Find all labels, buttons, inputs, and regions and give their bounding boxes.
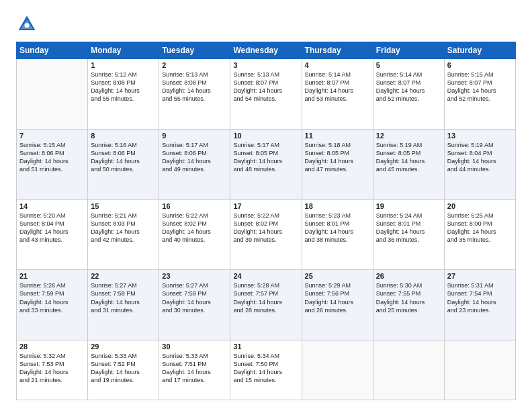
day-number: 24 xyxy=(233,272,298,280)
svg-point-2 xyxy=(24,23,29,28)
cell-info: Sunrise: 5:15 AM Sunset: 8:07 PM Dayligh… xyxy=(447,71,513,103)
weekday-header: Friday xyxy=(373,42,444,59)
cell-info: Sunrise: 5:22 AM Sunset: 8:02 PM Dayligh… xyxy=(162,212,227,244)
cell-info: Sunrise: 5:14 AM Sunset: 8:07 PM Dayligh… xyxy=(376,71,441,103)
calendar-cell: 23Sunrise: 5:27 AM Sunset: 7:58 PM Dayli… xyxy=(159,270,230,340)
cell-info: Sunrise: 5:13 AM Sunset: 8:07 PM Dayligh… xyxy=(233,71,298,103)
day-number: 31 xyxy=(233,342,298,351)
day-number: 16 xyxy=(162,202,227,210)
day-number: 27 xyxy=(447,272,513,280)
calendar-cell: 1Sunrise: 5:12 AM Sunset: 8:08 PM Daylig… xyxy=(88,59,159,130)
day-number: 28 xyxy=(19,342,85,351)
calendar-cell: 8Sunrise: 5:16 AM Sunset: 8:06 PM Daylig… xyxy=(88,129,159,199)
calendar-cell: 19Sunrise: 5:24 AM Sunset: 8:01 PM Dayli… xyxy=(373,199,444,270)
day-number: 20 xyxy=(447,202,513,210)
calendar-cell: 20Sunrise: 5:25 AM Sunset: 8:00 PM Dayli… xyxy=(444,199,515,270)
header xyxy=(16,13,516,35)
cell-info: Sunrise: 5:25 AM Sunset: 8:00 PM Dayligh… xyxy=(447,212,513,244)
cell-info: Sunrise: 5:29 AM Sunset: 7:56 PM Dayligh… xyxy=(305,281,370,314)
calendar-cell: 28Sunrise: 5:32 AM Sunset: 7:53 PM Dayli… xyxy=(17,340,88,400)
cell-info: Sunrise: 5:34 AM Sunset: 7:50 PM Dayligh… xyxy=(233,352,298,385)
calendar-cell: 13Sunrise: 5:19 AM Sunset: 8:04 PM Dayli… xyxy=(444,129,515,199)
day-number: 5 xyxy=(376,61,441,69)
cell-info: Sunrise: 5:20 AM Sunset: 8:04 PM Dayligh… xyxy=(19,212,85,244)
calendar-week-row: 7Sunrise: 5:15 AM Sunset: 8:06 PM Daylig… xyxy=(17,129,516,199)
calendar-cell: 9Sunrise: 5:17 AM Sunset: 8:06 PM Daylig… xyxy=(159,129,230,199)
day-number: 15 xyxy=(91,202,156,210)
calendar-cell: 16Sunrise: 5:22 AM Sunset: 8:02 PM Dayli… xyxy=(159,199,230,270)
day-number: 30 xyxy=(162,342,227,351)
calendar-cell: 12Sunrise: 5:19 AM Sunset: 8:05 PM Dayli… xyxy=(373,129,444,199)
cell-info: Sunrise: 5:32 AM Sunset: 7:53 PM Dayligh… xyxy=(19,352,85,385)
cell-info: Sunrise: 5:33 AM Sunset: 7:51 PM Dayligh… xyxy=(162,352,227,385)
calendar-cell: 10Sunrise: 5:17 AM Sunset: 8:05 PM Dayli… xyxy=(230,129,302,199)
calendar-week-row: 1Sunrise: 5:12 AM Sunset: 8:08 PM Daylig… xyxy=(17,59,516,130)
day-number: 8 xyxy=(91,132,156,140)
cell-info: Sunrise: 5:22 AM Sunset: 8:02 PM Dayligh… xyxy=(233,212,298,244)
cell-info: Sunrise: 5:21 AM Sunset: 8:03 PM Dayligh… xyxy=(91,212,156,244)
cell-info: Sunrise: 5:28 AM Sunset: 7:57 PM Dayligh… xyxy=(233,281,298,314)
calendar-table: SundayMondayTuesdayWednesdayThursdayFrid… xyxy=(16,42,516,400)
calendar-cell: 5Sunrise: 5:14 AM Sunset: 8:07 PM Daylig… xyxy=(373,59,444,130)
calendar-cell: 7Sunrise: 5:15 AM Sunset: 8:06 PM Daylig… xyxy=(17,129,88,199)
cell-info: Sunrise: 5:18 AM Sunset: 8:05 PM Dayligh… xyxy=(305,141,370,174)
calendar-cell xyxy=(17,59,88,130)
calendar-cell: 30Sunrise: 5:33 AM Sunset: 7:51 PM Dayli… xyxy=(159,340,230,400)
calendar-cell xyxy=(373,340,444,400)
cell-info: Sunrise: 5:33 AM Sunset: 7:52 PM Dayligh… xyxy=(91,352,156,385)
cell-info: Sunrise: 5:14 AM Sunset: 8:07 PM Dayligh… xyxy=(305,71,370,103)
calendar-week-row: 14Sunrise: 5:20 AM Sunset: 8:04 PM Dayli… xyxy=(17,199,516,270)
weekday-header: Wednesday xyxy=(230,42,302,59)
day-number: 12 xyxy=(376,132,441,140)
weekday-header: Tuesday xyxy=(159,42,230,59)
calendar-week-row: 21Sunrise: 5:26 AM Sunset: 7:59 PM Dayli… xyxy=(17,270,516,340)
calendar-header-row: SundayMondayTuesdayWednesdayThursdayFrid… xyxy=(17,42,516,59)
cell-info: Sunrise: 5:27 AM Sunset: 7:58 PM Dayligh… xyxy=(91,281,156,314)
logo-icon xyxy=(16,13,38,35)
calendar-cell: 22Sunrise: 5:27 AM Sunset: 7:58 PM Dayli… xyxy=(88,270,159,340)
calendar-week-row: 28Sunrise: 5:32 AM Sunset: 7:53 PM Dayli… xyxy=(17,340,516,400)
cell-info: Sunrise: 5:23 AM Sunset: 8:01 PM Dayligh… xyxy=(305,212,370,244)
day-number: 6 xyxy=(447,61,513,69)
day-number: 2 xyxy=(162,61,227,69)
day-number: 13 xyxy=(447,132,513,140)
day-number: 22 xyxy=(91,272,156,280)
day-number: 1 xyxy=(91,61,156,69)
calendar-cell: 15Sunrise: 5:21 AM Sunset: 8:03 PM Dayli… xyxy=(88,199,159,270)
weekday-header: Saturday xyxy=(444,42,515,59)
calendar-cell: 17Sunrise: 5:22 AM Sunset: 8:02 PM Dayli… xyxy=(230,199,302,270)
calendar-cell: 11Sunrise: 5:18 AM Sunset: 8:05 PM Dayli… xyxy=(302,129,373,199)
cell-info: Sunrise: 5:24 AM Sunset: 8:01 PM Dayligh… xyxy=(376,212,441,244)
calendar-cell: 29Sunrise: 5:33 AM Sunset: 7:52 PM Dayli… xyxy=(88,340,159,400)
calendar-cell xyxy=(444,340,515,400)
day-number: 26 xyxy=(376,272,441,280)
calendar-cell: 14Sunrise: 5:20 AM Sunset: 8:04 PM Dayli… xyxy=(17,199,88,270)
cell-info: Sunrise: 5:26 AM Sunset: 7:59 PM Dayligh… xyxy=(19,281,85,314)
calendar-cell: 25Sunrise: 5:29 AM Sunset: 7:56 PM Dayli… xyxy=(302,270,373,340)
day-number: 17 xyxy=(233,202,298,210)
cell-info: Sunrise: 5:27 AM Sunset: 7:58 PM Dayligh… xyxy=(162,281,227,314)
weekday-header: Thursday xyxy=(302,42,373,59)
cell-info: Sunrise: 5:30 AM Sunset: 7:55 PM Dayligh… xyxy=(376,281,441,314)
day-number: 25 xyxy=(305,272,370,280)
page: SundayMondayTuesdayWednesdayThursdayFrid… xyxy=(0,0,532,411)
logo xyxy=(16,13,40,35)
cell-info: Sunrise: 5:13 AM Sunset: 8:08 PM Dayligh… xyxy=(162,71,227,103)
cell-info: Sunrise: 5:17 AM Sunset: 8:05 PM Dayligh… xyxy=(233,141,298,174)
cell-info: Sunrise: 5:16 AM Sunset: 8:06 PM Dayligh… xyxy=(91,141,156,174)
calendar-cell xyxy=(302,340,373,400)
day-number: 3 xyxy=(233,61,298,69)
calendar-cell: 31Sunrise: 5:34 AM Sunset: 7:50 PM Dayli… xyxy=(230,340,302,400)
day-number: 14 xyxy=(19,202,85,210)
calendar-cell: 4Sunrise: 5:14 AM Sunset: 8:07 PM Daylig… xyxy=(302,59,373,130)
day-number: 18 xyxy=(305,202,370,210)
calendar-cell: 26Sunrise: 5:30 AM Sunset: 7:55 PM Dayli… xyxy=(373,270,444,340)
calendar-cell: 27Sunrise: 5:31 AM Sunset: 7:54 PM Dayli… xyxy=(444,270,515,340)
weekday-header: Monday xyxy=(88,42,159,59)
calendar-cell: 21Sunrise: 5:26 AM Sunset: 7:59 PM Dayli… xyxy=(17,270,88,340)
cell-info: Sunrise: 5:19 AM Sunset: 8:05 PM Dayligh… xyxy=(376,141,441,174)
day-number: 4 xyxy=(305,61,370,69)
day-number: 9 xyxy=(162,132,227,140)
calendar-cell: 6Sunrise: 5:15 AM Sunset: 8:07 PM Daylig… xyxy=(444,59,515,130)
day-number: 19 xyxy=(376,202,441,210)
